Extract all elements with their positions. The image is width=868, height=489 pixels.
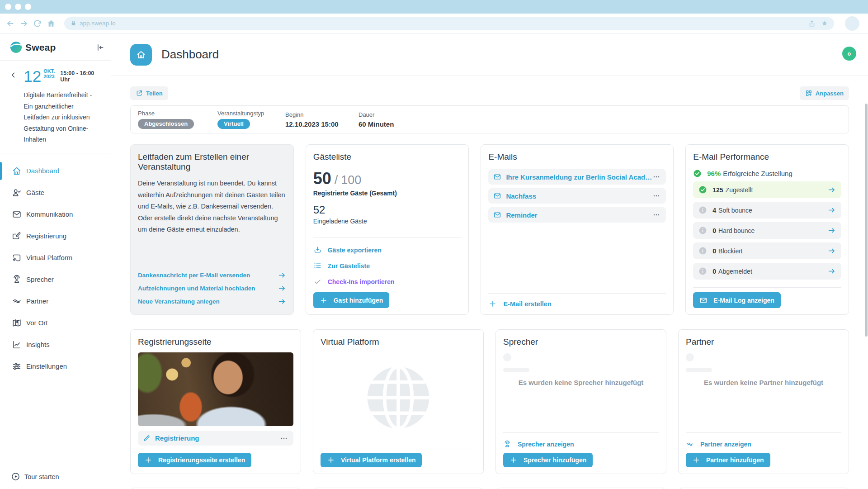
sidebar-item-label: Vor Ort — [26, 319, 48, 327]
url-text: app.sweap.io — [80, 20, 116, 27]
info-circle-icon — [698, 206, 707, 214]
brand-name: Sweap — [25, 42, 56, 53]
email-item[interactable]: Nachfass — [488, 188, 666, 204]
stat-row-soft-bounce[interactable]: 4 Soft bounce — [693, 202, 841, 218]
download-icon — [313, 246, 322, 254]
create-virtual-platform-button[interactable]: Virtual Platform erstellen — [321, 453, 422, 467]
email-item[interactable]: Ihre Kursanmeldung zur Berlin Social Aca… — [488, 169, 666, 185]
sidebar-item-partner[interactable]: Partner — [0, 290, 111, 312]
play-circle-icon — [11, 472, 20, 481]
more-options-icon[interactable] — [652, 191, 661, 200]
bookmark-star-icon[interactable] — [821, 19, 829, 28]
sidebar-item-virtual-platform[interactable]: Virtual Platform — [0, 247, 111, 269]
speakers-card: Sprecher Es wurden keine Sprecher hinzug… — [495, 329, 666, 474]
window-zoom-button[interactable] — [25, 4, 31, 10]
plus-icon — [327, 456, 335, 464]
guide-link-new-event[interactable]: Neue Veranstaltung anlegen — [138, 295, 286, 308]
show-partners-link[interactable]: Partner anzeigen — [686, 437, 841, 451]
envelope-icon — [493, 173, 501, 181]
sidebar: Sweap 12 OKT. 2023 15:00 - 16:00 Uhr Dig… — [0, 33, 111, 489]
reload-icon[interactable] — [31, 17, 44, 30]
window-minimize-button[interactable] — [15, 4, 21, 10]
guide-link-upload-material[interactable]: Aufzeichnungen und Material hochladen — [138, 282, 286, 295]
share-page-icon[interactable] — [808, 19, 816, 28]
plus-icon — [509, 456, 518, 464]
arrow-right-icon — [827, 206, 836, 214]
guide-link-thanks-email[interactable]: Dankesnachricht per E-Mail versenden — [138, 269, 286, 282]
more-options-icon[interactable] — [652, 172, 661, 181]
scrollbar-thumb[interactable] — [865, 104, 868, 337]
import-checkins-link[interactable]: Check-Ins importieren — [313, 274, 462, 290]
tour-start-button[interactable]: Tour starten — [11, 472, 59, 481]
stat-row-blocked[interactable]: 0 Blockiert — [693, 242, 841, 259]
plus-icon — [488, 299, 497, 308]
show-speakers-link[interactable]: Sprecher anzeigen — [503, 437, 659, 451]
arrow-right-icon — [827, 226, 836, 235]
sidebar-item-insights[interactable]: Insights — [0, 334, 111, 356]
customize-button[interactable]: Anpassen — [800, 86, 849, 100]
window-close-button[interactable] — [5, 4, 11, 10]
speaker-icon — [503, 440, 511, 448]
stat-value: 0 — [712, 247, 716, 255]
email-item[interactable]: Reminder — [488, 207, 666, 223]
customize-label: Anpassen — [816, 90, 844, 97]
pencil-icon — [143, 434, 151, 442]
back-icon[interactable] — [4, 17, 17, 30]
sidebar-item-gaeste[interactable]: Gäste — [0, 182, 111, 204]
browser-profile-avatar[interactable] — [845, 16, 859, 31]
main-content: Dashboard o Teilen Anpassen Phase Abgesc… — [111, 33, 868, 489]
sidebar-item-vor-ort[interactable]: Vor Ort — [0, 312, 111, 334]
add-guest-button[interactable]: Gast hinzufügen — [313, 292, 390, 308]
virtual-platform-card: Virtual Platform — [313, 329, 484, 474]
stat-row-delivered[interactable]: 125 Zugestellt — [693, 181, 841, 198]
user-check-icon — [12, 188, 22, 198]
sidebar-item-kommunikation[interactable]: Kommunikation — [0, 204, 111, 225]
add-partner-button[interactable]: Partner hinzufügen — [686, 453, 770, 467]
home-nav-icon[interactable] — [44, 17, 58, 30]
event-switcher: 12 OKT. 2023 15:00 - 16:00 Uhr Digitale … — [0, 61, 111, 145]
browser-titlebar — [0, 0, 868, 14]
emails-title: E-Mails — [488, 152, 666, 162]
create-virtual-platform-label: Virtual Platform erstellen — [341, 456, 415, 464]
address-bar[interactable]: app.sweap.io — [64, 17, 834, 30]
export-guests-link[interactable]: Gäste exportieren — [313, 242, 462, 258]
dashboard-customize-icon — [805, 90, 812, 97]
stat-row-unsubscribed[interactable]: 0 Abgemeldet — [693, 263, 841, 280]
handshake-icon — [12, 296, 22, 306]
registered-label: Registrierte Gäste (Gesamt) — [313, 190, 462, 197]
stat-label: Hard bounce — [718, 227, 755, 234]
stat-label: Abgemeldet — [718, 268, 752, 275]
sidebar-item-einstellungen[interactable]: Einstellungen — [0, 356, 111, 377]
partners-empty-text: Es wurden keine Partner hinzugefügt — [686, 379, 841, 386]
sidebar-item-registrierung[interactable]: Registrierung — [0, 225, 111, 247]
stat-row-hard-bounce[interactable]: 0 Hard bounce — [693, 222, 841, 239]
more-options-icon[interactable] — [652, 210, 661, 219]
notification-badge[interactable]: o — [842, 47, 856, 61]
phase-label: Phase — [138, 110, 217, 117]
registered-count: 50 — [313, 169, 331, 188]
sidebar-nav: Dashboard Gäste Kommunikation Registrier… — [0, 160, 111, 377]
create-registration-page-button[interactable]: Registrierungsseite erstellen — [138, 453, 251, 467]
create-email-link[interactable]: E-Mail erstellen — [488, 299, 666, 308]
stat-value: 0 — [712, 268, 716, 275]
forward-icon[interactable] — [17, 17, 31, 30]
guide-link-label: Neue Veranstaltung anlegen — [138, 298, 220, 305]
goto-guest-list-link[interactable]: Zur Gästeliste — [313, 258, 462, 274]
add-speaker-button[interactable]: Sprecher hinzufügen — [503, 453, 593, 467]
speaker-icon — [12, 275, 22, 285]
sidebar-item-dashboard[interactable]: Dashboard — [0, 160, 111, 182]
event-day: 12 — [24, 68, 41, 85]
more-options-icon[interactable] — [279, 434, 288, 443]
virtual-platform-title: Virtual Platform — [321, 337, 476, 347]
info-circle-icon — [698, 247, 707, 255]
share-button[interactable]: Teilen — [130, 86, 168, 100]
sidebar-item-sprecher[interactable]: Sprecher — [0, 269, 111, 290]
sidebar-collapse-icon[interactable] — [95, 43, 104, 52]
registration-link-row[interactable]: Registrierung — [138, 431, 293, 446]
divider — [488, 293, 666, 294]
email-log-button[interactable]: E-Mail Log anzeigen — [693, 292, 781, 308]
event-time: 15:00 - 16:00 Uhr — [60, 70, 102, 83]
home-icon — [12, 166, 22, 176]
stat-value: 0 — [712, 227, 716, 234]
chevron-left-icon[interactable] — [10, 71, 17, 79]
